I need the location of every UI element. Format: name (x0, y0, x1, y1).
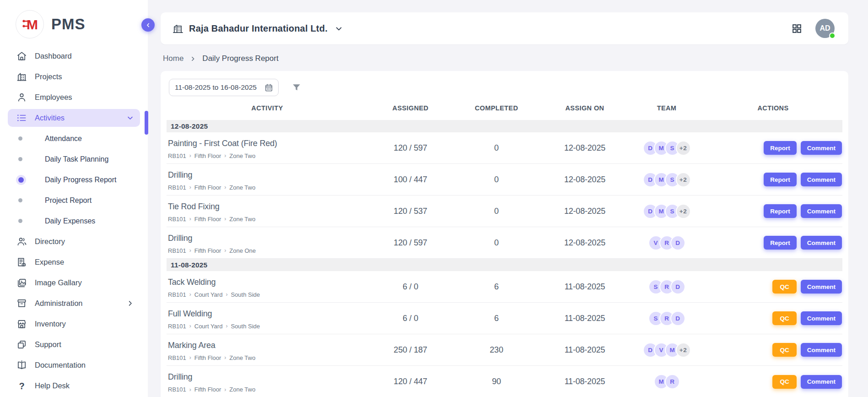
activity-title: Marking Area (168, 341, 363, 350)
sidebar-subitem-daily-expenses[interactable]: Daily Expenses (0, 211, 148, 231)
main-area: Raja Bahadur International Ltd. AD (148, 0, 868, 397)
sidebar-item-support[interactable]: Support (0, 334, 148, 355)
sidebar-item-label: Help Desk (35, 381, 134, 390)
breadcrumb-home-link[interactable]: Home (163, 54, 183, 63)
sidebar-item-label: Administration (35, 299, 127, 308)
app-logo[interactable]: M PMS (0, 0, 148, 38)
bullet-dot-icon (18, 177, 24, 183)
bullet-dot-icon (18, 219, 22, 223)
team-member-avatar[interactable]: R (665, 374, 680, 389)
user-avatar[interactable]: AD (815, 19, 835, 38)
activity-location-path: RB101›Fifth Floor›Zone Two (168, 386, 363, 393)
qc-button[interactable]: QC (772, 280, 796, 294)
date-range-input[interactable]: 11-08-2025 to 16-08-2025 (169, 79, 279, 96)
activity-location-path: RB101›Fifth Floor›Zone Two (168, 354, 363, 361)
book-icon (16, 360, 27, 370)
qc-button[interactable]: QC (772, 375, 796, 389)
assign-on-date: 12-08-2025 (540, 175, 630, 185)
actions-cell: ReportComment (704, 204, 842, 218)
activity-location-path: RB101›Court Yard›South Side (168, 323, 363, 330)
comment-button[interactable]: Comment (801, 236, 842, 250)
company-name: Raja Bahadur International Ltd. (189, 23, 328, 34)
team-extra-count[interactable]: +2 (676, 343, 691, 358)
team-extra-count[interactable]: +2 (676, 204, 691, 219)
sidebar-item-administration[interactable]: Administration (0, 293, 148, 314)
sidebar-item-label: Support (35, 340, 134, 349)
location-segment: RB101 (168, 216, 186, 223)
team-member-avatar[interactable]: D (670, 279, 685, 294)
location-segment: South Side (231, 291, 260, 298)
sidebar-subitem-label: Daily Expenses (45, 217, 95, 225)
report-button[interactable]: Report (764, 173, 797, 186)
column-header-assigned: ASSIGNED (368, 104, 453, 112)
sidebar-subitem-label: Attendance (45, 135, 82, 143)
comment-button[interactable]: Comment (801, 173, 842, 186)
chevron-right-icon (127, 300, 134, 307)
team-extra-count[interactable]: +2 (676, 141, 691, 156)
sidebar-item-expense[interactable]: Expense (0, 252, 148, 272)
sidebar-item-image-gallary[interactable]: Image Gallary (0, 272, 148, 293)
report-button[interactable]: Report (764, 204, 797, 218)
team-cell: DMS+2 (630, 141, 704, 156)
sidebar-nav: DashboardProjectsEmployeesActivitiesAtte… (0, 46, 148, 396)
column-header-assign-on: ASSIGN ON (540, 104, 630, 112)
activity-location-path: RB101›Fifth Floor›Zone One (168, 247, 363, 254)
apps-grid-icon[interactable] (791, 23, 803, 34)
sidebar-subitem-attendance[interactable]: Attendance (0, 128, 148, 149)
sidebar-item-documentation[interactable]: Documentation (0, 355, 148, 375)
chevron-right-icon: › (224, 152, 226, 159)
team-member-avatar[interactable]: D (670, 311, 685, 326)
sidebar-item-directory[interactable]: Directory (0, 231, 148, 252)
activity-cell: Tie Rod FixingRB101›Fifth Floor›Zone Two (167, 200, 368, 223)
sidebar-subitem-daily-progress-report[interactable]: Daily Progress Report (0, 169, 148, 190)
team-cell: DVM+2 (630, 343, 704, 358)
chevron-right-icon: › (224, 247, 226, 254)
chevron-right-icon: › (226, 323, 227, 329)
location-segment: Fifth Floor (194, 247, 221, 254)
assign-on-date: 11-08-2025 (540, 345, 630, 355)
assign-on-date: 11-08-2025 (540, 377, 630, 386)
sidebar-subitem-label: Project Report (45, 196, 92, 205)
team-extra-count[interactable]: +2 (676, 172, 691, 187)
qc-button[interactable]: QC (772, 343, 796, 357)
chevron-right-icon: › (189, 152, 191, 159)
completed-value: 0 (453, 207, 540, 216)
sidebar-item-label: Activities (35, 114, 127, 122)
report-button[interactable]: Report (764, 141, 797, 155)
location-segment: Fifth Floor (194, 152, 221, 159)
comment-button[interactable]: Comment (801, 311, 842, 325)
sidebar-item-dashboard[interactable]: Dashboard (0, 46, 148, 66)
company-selector[interactable]: Raja Bahadur International Ltd. (173, 23, 343, 34)
sidebar-item-help-desk[interactable]: ?Help Desk (0, 375, 148, 396)
help-icon: ? (16, 381, 27, 391)
sidebar-item-inventory[interactable]: Inventory (0, 314, 148, 334)
table-row: DrillingRB101›Fifth Floor›Zone Two100 / … (167, 164, 842, 196)
team-member-avatar[interactable]: D (670, 235, 685, 250)
chevron-right-icon: › (189, 291, 191, 298)
sidebar-item-label: Directory (35, 237, 134, 246)
activity-cell: Marking AreaRB101›Fifth Floor›Zone Two (167, 339, 368, 361)
comment-button[interactable]: Comment (801, 375, 842, 389)
report-button[interactable]: Report (764, 236, 797, 250)
comment-button[interactable]: Comment (801, 204, 842, 218)
location-segment: RB101 (168, 184, 186, 191)
comment-button[interactable]: Comment (801, 343, 842, 357)
sidebar-subitem-daily-task-planning[interactable]: Daily Task Planning (0, 149, 148, 169)
sidebar-item-employees[interactable]: Employees (0, 87, 148, 108)
qc-button[interactable]: QC (772, 311, 796, 325)
completed-value: 6 (453, 282, 540, 292)
sidebar-item-activities[interactable]: Activities (0, 108, 148, 128)
activity-title: Drilling (168, 372, 363, 382)
sidebar-item-projects[interactable]: Projects (0, 66, 148, 87)
sidebar-subitem-label: Daily Task Planning (45, 155, 108, 163)
chevron-right-icon: › (226, 291, 227, 298)
table-body: 12-08-2025Painting - First Coat (Fire Re… (167, 120, 842, 397)
sidebar-subitem-project-report[interactable]: Project Report (0, 190, 148, 211)
date-group-header: 11-08-2025 (167, 259, 842, 271)
comment-button[interactable]: Comment (801, 280, 842, 294)
sidebar-collapse-button[interactable] (141, 18, 155, 32)
comment-button[interactable]: Comment (801, 141, 842, 155)
filter-funnel-icon[interactable] (291, 82, 302, 92)
activity-cell: DrillingRB101›Fifth Floor›Zone Two (167, 169, 368, 191)
sidebar-item-label: Employees (35, 93, 134, 102)
